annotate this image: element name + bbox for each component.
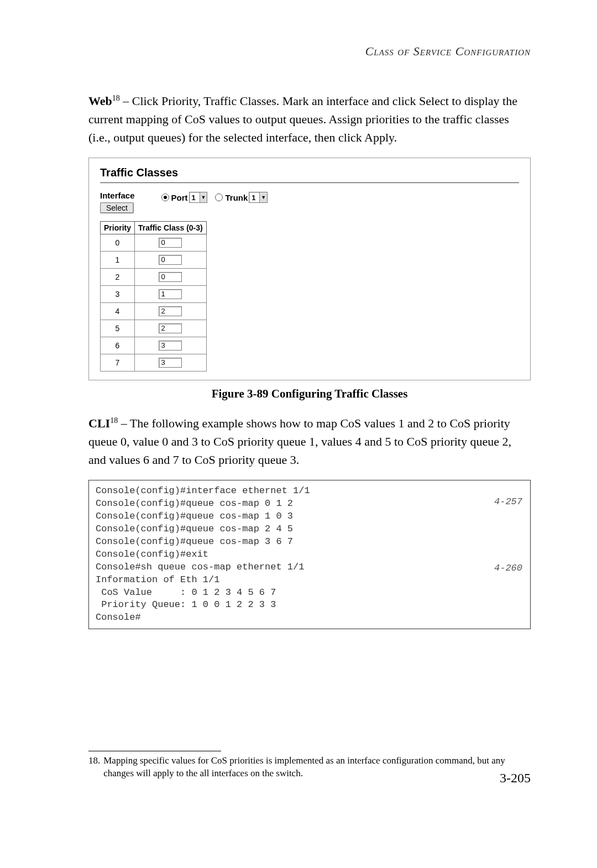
port-radio-label: Port	[171, 193, 188, 202]
port-select[interactable]: 1 ▼	[189, 192, 208, 203]
table-row: 10	[101, 252, 207, 269]
web-text: – Click Priority, Traffic Classes. Mark …	[88, 94, 517, 144]
cli-paragraph: CLI18 – The following example shows how …	[88, 414, 531, 469]
traffic-class-input[interactable]: 2	[159, 323, 182, 333]
footnote-separator	[88, 751, 221, 751]
web-paragraph: Web18 – Click Priority, Traffic Classes.…	[88, 92, 531, 147]
port-radio[interactable]	[161, 194, 169, 201]
traffic-classes-screenshot: Traffic Classes Interface Select Port 1 …	[88, 158, 531, 380]
traffic-class-input[interactable]: 1	[159, 289, 182, 299]
table-row: 42	[101, 303, 207, 320]
table-row: 20	[101, 269, 207, 286]
trunk-radio[interactable]	[215, 194, 223, 201]
divider	[100, 182, 519, 183]
cli-page-ref: 4-260	[494, 562, 522, 575]
table-row: 31	[101, 286, 207, 303]
traffic-class-input[interactable]: 3	[159, 358, 182, 368]
footnote-ref-18-b: 18	[110, 416, 118, 425]
traffic-class-input[interactable]: 0	[159, 255, 182, 265]
traffic-class-input[interactable]: 0	[159, 272, 182, 282]
table-row: 73	[101, 354, 207, 372]
priority-table: Priority Traffic Class (0-3) 00 10 20 31…	[100, 221, 207, 372]
figure-caption: Figure 3-89 Configuring Traffic Classes	[88, 387, 531, 401]
footnote-text: Mapping specific values for CoS prioriti…	[103, 755, 531, 780]
cli-codeblock: 4-2574-260Console(config)#interface ethe…	[88, 480, 531, 629]
chevron-down-icon: ▼	[200, 192, 207, 202]
table-row: 00	[101, 234, 207, 252]
page-number: 3-205	[500, 771, 531, 786]
table-row: 52	[101, 320, 207, 337]
cli-page-ref: 4-257	[494, 496, 522, 509]
traffic-class-input[interactable]: 2	[159, 306, 182, 316]
select-button[interactable]: Select	[100, 202, 134, 213]
cli-label: CLI	[88, 416, 110, 430]
footnote-18: 18. Mapping specific values for CoS prio…	[88, 755, 531, 780]
traffic-class-input[interactable]: 3	[159, 341, 182, 351]
page-header: Class of Service Configuration	[88, 44, 531, 59]
col-traffic-class: Traffic Class (0-3)	[135, 222, 207, 234]
interface-label: Interface	[100, 191, 135, 200]
web-label: Web	[88, 94, 112, 108]
traffic-class-input[interactable]: 0	[159, 238, 182, 248]
trunk-select[interactable]: 1 ▼	[249, 192, 268, 203]
chevron-down-icon: ▼	[259, 192, 267, 202]
table-row: 63	[101, 337, 207, 354]
footnote-ref-18-a: 18	[112, 94, 120, 102]
col-priority: Priority	[101, 222, 135, 234]
footnote-number: 18.	[88, 755, 100, 780]
cli-text: – The following example shows how to map…	[88, 416, 511, 467]
trunk-radio-label: Trunk	[225, 193, 248, 202]
screenshot-title: Traffic Classes	[100, 166, 519, 181]
